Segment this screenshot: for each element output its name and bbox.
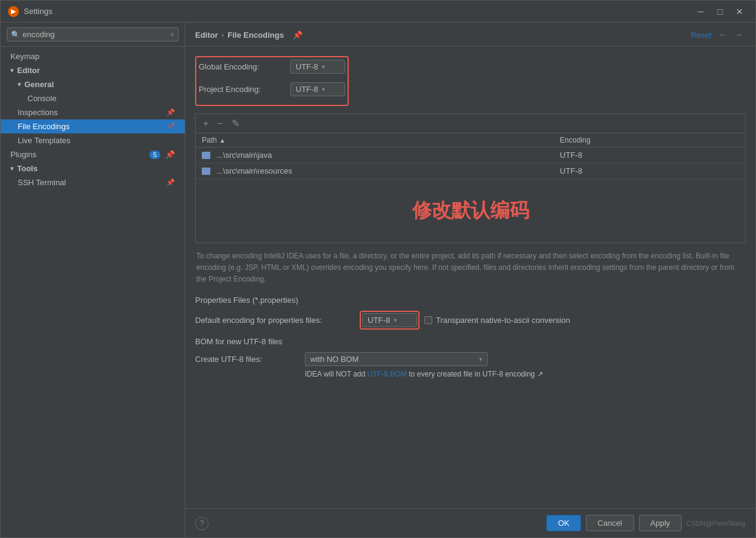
back-arrow[interactable]: ← — [716, 29, 730, 41]
column-path: Path ▲ — [202, 136, 560, 144]
global-encoding-row: Global Encoding: UTF-8 ▾ — [199, 60, 345, 74]
transparent-label: Transparent native-to-ascii conversion — [436, 316, 570, 325]
help-button[interactable]: ? — [195, 517, 209, 530]
app-icon: ▶ — [8, 6, 19, 17]
bom-note-link[interactable]: UTF-8 BOM — [368, 370, 407, 378]
column-encoding: Encoding — [560, 136, 739, 144]
bom-create-row: Create UTF-8 files: with NO BOM ▾ — [195, 352, 746, 366]
sidebar-item-editor[interactable]: ▾ Editor — [1, 63, 185, 77]
file-table-header: Path ▲ Encoding — [196, 133, 745, 147]
info-text: To change encoding IntelliJ IDEA uses fo… — [195, 250, 746, 286]
remove-path-button[interactable]: − — [215, 117, 225, 130]
sidebar-item-label: Console — [27, 94, 57, 103]
pin-button[interactable]: 📌 — [291, 29, 304, 41]
bottom-actions: OK Cancel Apply — [546, 515, 682, 531]
sidebar-item-label: General — [24, 80, 54, 89]
file-table-toolbar: + − ✎ — [196, 114, 745, 133]
ok-button[interactable]: OK — [546, 515, 581, 531]
chinese-annotation: 修改默认编码 — [196, 179, 745, 242]
properties-encoding-select[interactable]: UTF-8 ▾ — [362, 313, 417, 327]
folder-icon — [202, 152, 210, 159]
plugins-badge: 5 — [149, 150, 160, 159]
bom-section-title: BOM for new UTF-8 files — [195, 337, 746, 346]
close-button[interactable]: ✕ — [731, 5, 748, 18]
breadcrumb-part2: File Encodings — [227, 30, 284, 40]
breadcrumb-part1: Editor — [195, 30, 218, 40]
file-table-area: + − ✎ Path ▲ Encoding — [195, 113, 746, 243]
add-path-button[interactable]: + — [201, 117, 211, 130]
row-encoding-value: UTF-8 — [560, 166, 582, 175]
properties-encoding-highlight: UTF-8 ▾ — [360, 311, 419, 330]
panel-header: Editor › File Encodings 📌 Reset ← → — [185, 23, 755, 46]
reset-button[interactable]: Reset — [691, 30, 711, 40]
sidebar-item-general[interactable]: ▾ General — [1, 77, 185, 91]
table-row[interactable]: ...\src\main\java UTF-8 — [196, 147, 745, 163]
clear-icon[interactable]: × — [170, 30, 174, 39]
bom-create-value: with NO BOM — [310, 355, 358, 364]
sidebar-item-inspections[interactable]: Inspections 📌 — [1, 105, 185, 119]
default-encoding-row: Default encoding for properties files: U… — [195, 311, 746, 330]
row-encoding-cell: UTF-8 — [560, 150, 739, 160]
sidebar-item-file-encodings[interactable]: File Encodings 📌 — [1, 119, 185, 133]
sidebar-item-console[interactable]: Console — [1, 91, 185, 105]
global-encoding-label: Global Encoding: — [199, 62, 290, 71]
table-row[interactable]: ...\src\main\resources UTF-8 — [196, 163, 745, 179]
search-input-wrap[interactable]: 🔍 × — [7, 27, 179, 41]
cancel-button[interactable]: Cancel — [586, 515, 633, 531]
sidebar-item-live-templates[interactable]: Live Templates — [1, 133, 185, 147]
sidebar-item-plugins[interactable]: Plugins 5 📌 — [1, 147, 185, 161]
folder-icon — [202, 168, 210, 175]
sidebar-item-tools[interactable]: ▾ Tools — [1, 161, 185, 175]
row-encoding-cell: UTF-8 — [560, 166, 739, 175]
pin-icon: 📌 — [165, 150, 175, 159]
sidebar-item-label: Inspections — [18, 108, 58, 117]
chevron-down-icon: ▾ — [18, 81, 21, 88]
properties-section-title: Properties Files (*.properties) — [195, 296, 746, 305]
sidebar-item-label: Tools — [17, 164, 38, 173]
pin-icon: 📌 — [166, 179, 175, 186]
sidebar-item-keymap[interactable]: Keymap — [1, 49, 185, 63]
transparent-checkbox[interactable] — [424, 316, 432, 324]
search-icon: 🔍 — [11, 30, 20, 39]
global-encoding-select[interactable]: UTF-8 ▾ — [290, 60, 345, 74]
sort-asc-icon: ▲ — [219, 137, 226, 144]
sidebar-item-ssh-terminal[interactable]: SSH Terminal 📌 — [1, 175, 185, 189]
project-encoding-select[interactable]: UTF-8 ▾ — [290, 82, 345, 96]
sidebar-nav: Keymap ▾ Editor ▾ General Console — [1, 47, 185, 537]
forward-arrow[interactable]: → — [732, 29, 746, 41]
encoding-highlight-box: Global Encoding: UTF-8 ▾ Project Encodin… — [195, 56, 349, 106]
sidebar-item-label: Keymap — [10, 52, 40, 61]
nav-arrows: ← → — [716, 29, 746, 41]
search-box: 🔍 × — [1, 23, 185, 47]
bom-note: IDEA will NOT add UTF-8 BOM to every cre… — [195, 370, 746, 378]
row-path-cell: ...\src\main\java — [202, 150, 560, 160]
chevron-down-icon: ▾ — [322, 86, 325, 93]
minimize-button[interactable]: ─ — [692, 5, 709, 18]
sidebar-item-label: SSH Terminal — [18, 178, 66, 187]
row-path-value: ...\src\main\resources — [216, 166, 292, 175]
bom-create-label: Create UTF-8 files: — [195, 355, 305, 364]
breadcrumb: Editor › File Encodings 📌 — [195, 29, 691, 41]
bom-note-text: IDEA will NOT add — [305, 370, 365, 378]
chevron-down-icon: ▾ — [322, 63, 325, 70]
title-bar: ▶ Settings ─ □ ✕ — [1, 1, 755, 23]
default-encoding-label: Default encoding for properties files: — [195, 316, 360, 325]
project-encoding-label: Project Encoding: — [199, 85, 290, 94]
project-encoding-row: Project Encoding: UTF-8 ▾ — [199, 82, 345, 96]
settings-window: ▶ Settings ─ □ ✕ 🔍 × Keymap — [0, 0, 756, 538]
column-encoding-label: Encoding — [560, 136, 590, 144]
panel-body: Global Encoding: UTF-8 ▾ Project Encodin… — [185, 46, 755, 508]
main-content: 🔍 × Keymap ▾ Editor ▾ General — [1, 23, 755, 537]
bom-section: BOM for new UTF-8 files Create UTF-8 fil… — [195, 337, 746, 378]
maximize-button[interactable]: □ — [711, 5, 729, 18]
chevron-down-icon: ▾ — [10, 165, 13, 172]
column-path-label: Path — [202, 136, 217, 144]
watermark: CSDN@PeterWang — [686, 520, 746, 527]
transparent-checkbox-wrap: Transparent native-to-ascii conversion — [424, 316, 570, 325]
apply-button[interactable]: Apply — [639, 515, 682, 531]
bom-create-select[interactable]: with NO BOM ▾ — [305, 352, 488, 366]
row-path-value: ...\src\main\java — [216, 150, 272, 160]
search-input[interactable] — [23, 30, 170, 39]
edit-path-button[interactable]: ✎ — [229, 116, 242, 130]
sidebar: 🔍 × Keymap ▾ Editor ▾ General — [1, 23, 185, 537]
